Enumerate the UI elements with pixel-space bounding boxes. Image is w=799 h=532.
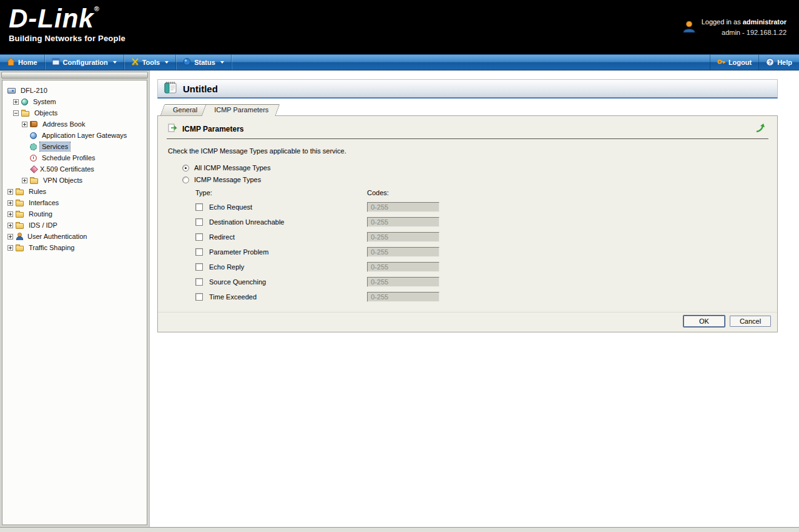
sidebar-item-rules[interactable]: Rules xyxy=(4,186,145,197)
radio-unselected-icon[interactable] xyxy=(182,177,189,183)
nav-logout[interactable]: Logout xyxy=(710,55,758,70)
expand-plus-icon[interactable] xyxy=(22,122,27,127)
sidebar-item-traffic-shaping[interactable]: Traffic Shaping xyxy=(4,242,145,253)
login-info: Logged in as administrator admin - 192.1… xyxy=(682,0,799,54)
sidebar-item-label: System xyxy=(31,97,58,106)
refresh-swoosh-icon[interactable] xyxy=(755,123,767,135)
row-label: Source Quenching xyxy=(209,278,266,286)
page-title: Untitled xyxy=(183,84,218,94)
expand-plus-icon[interactable] xyxy=(7,245,13,251)
redirect-checkbox[interactable] xyxy=(195,233,203,241)
ok-button[interactable]: OK xyxy=(684,316,725,327)
folder-icon xyxy=(16,246,24,251)
help-icon: ? xyxy=(766,58,774,67)
echo-request-codes-input[interactable] xyxy=(367,202,439,212)
folder-icon xyxy=(16,201,24,206)
destination-unreachable-checkbox[interactable] xyxy=(195,218,203,226)
radio-all-icmp[interactable]: All ICMP Message Types xyxy=(182,164,768,172)
folder-icon xyxy=(16,212,24,218)
time-exceeded-codes-input[interactable] xyxy=(367,292,439,302)
nav-status[interactable]: Status xyxy=(176,55,232,70)
radio-all-icmp-label: All ICMP Message Types xyxy=(194,164,270,172)
collapse-minus-icon[interactable] xyxy=(13,110,19,116)
nav-tools-label: Tools xyxy=(142,59,160,66)
sidebar-item-services[interactable]: Services xyxy=(4,141,145,152)
sidebar-item-system[interactable]: System xyxy=(4,96,145,107)
parameter-problem-checkbox[interactable] xyxy=(195,248,203,256)
sidebar-item-label: Interfaces xyxy=(27,198,61,207)
icmp-type-row: Parameter Problem xyxy=(195,244,768,259)
tab-icmp-parameters[interactable]: ICMP Parameters xyxy=(203,104,278,116)
dlink-logo: D-Link® Building Networks for People xyxy=(0,0,125,54)
expand-plus-icon[interactable] xyxy=(7,211,13,217)
sidebar-item-label: Schedule Profiles xyxy=(40,153,97,162)
sidebar-item-schedule-profiles[interactable]: Schedule Profiles xyxy=(4,152,145,163)
sidebar-item-interfaces[interactable]: Interfaces xyxy=(4,197,145,208)
sidebar-item-address-book[interactable]: Address Book xyxy=(4,118,145,130)
parameter-problem-codes-input[interactable] xyxy=(367,247,439,257)
sidebar-collapse-handle[interactable] xyxy=(1,72,148,79)
folder-icon xyxy=(16,223,24,229)
row-label: Echo Request xyxy=(209,203,252,211)
cancel-button[interactable]: Cancel xyxy=(730,316,771,327)
nav-tools[interactable]: Tools xyxy=(124,55,177,70)
expand-plus-icon[interactable] xyxy=(7,189,13,195)
services-gear-icon xyxy=(30,143,37,150)
sidebar-item-routing[interactable]: Routing xyxy=(4,208,145,220)
section-description: Check the ICMP Message Types applicable … xyxy=(168,147,768,155)
expand-plus-icon[interactable] xyxy=(22,178,27,183)
panel-footer: OK Cancel xyxy=(158,312,777,332)
expand-plus-icon[interactable] xyxy=(13,99,19,105)
radio-selected-icon[interactable] xyxy=(182,165,189,172)
echo-request-checkbox[interactable] xyxy=(195,203,203,211)
sidebar-item-application-layer-gateways[interactable]: Application Layer Gateways xyxy=(4,130,145,141)
sidebar-item-label: X.509 Certificates xyxy=(38,165,96,173)
source-quenching-checkbox[interactable] xyxy=(195,278,203,286)
nav-configuration[interactable]: Configuration xyxy=(45,55,124,70)
nav-help[interactable]: ? Help xyxy=(758,55,799,70)
navigation-tree: DFL-210 System Objects Address Book xyxy=(2,80,147,525)
echo-reply-checkbox[interactable] xyxy=(195,263,203,271)
sidebar-item-user-authentication[interactable]: User Authentication xyxy=(4,231,145,242)
destination-unreachable-codes-input[interactable] xyxy=(367,217,439,227)
sidebar-item-label-selected: Services xyxy=(40,142,70,151)
icmp-type-row: Echo Reply xyxy=(195,259,768,274)
system-icon xyxy=(21,99,28,105)
expand-plus-icon[interactable] xyxy=(7,223,13,228)
column-headers: Type: Codes: xyxy=(195,189,768,196)
row-label: Parameter Problem xyxy=(209,248,268,256)
sidebar-item-objects[interactable]: Objects xyxy=(4,107,145,118)
sidebar-item-label: Application Layer Gateways xyxy=(40,131,129,140)
tab-icmp-parameters-label: ICMP Parameters xyxy=(214,106,268,114)
sidebar-item-label: Objects xyxy=(32,109,59,117)
notepad-icon xyxy=(163,80,178,97)
user-icon xyxy=(16,233,22,240)
section-header: ICMP Parameters xyxy=(167,122,768,139)
sidebar-item-ids-idp[interactable]: IDS / IDP xyxy=(4,220,145,231)
sidebar-item-x509-certificates[interactable]: X.509 Certificates xyxy=(4,163,145,175)
expand-plus-icon[interactable] xyxy=(7,234,13,239)
echo-reply-codes-input[interactable] xyxy=(367,262,439,272)
expand-plus-icon[interactable] xyxy=(7,200,13,206)
tab-general-label: General xyxy=(173,106,197,114)
status-icon xyxy=(183,58,191,67)
icmp-type-row: Source Quenching xyxy=(195,274,768,289)
svg-text:?: ? xyxy=(768,59,772,65)
sidebar-item-dfl-210[interactable]: DFL-210 xyxy=(4,85,145,96)
main-navbar: Home Configuration Tools Status Logout ?… xyxy=(0,54,799,70)
nav-home[interactable]: Home xyxy=(0,55,45,70)
time-exceeded-checkbox[interactable] xyxy=(195,293,203,301)
source-quenching-codes-input[interactable] xyxy=(367,277,439,287)
folder-open-icon xyxy=(21,111,29,117)
codes-column-header: Codes: xyxy=(367,189,389,196)
redirect-codes-input[interactable] xyxy=(367,232,439,242)
radio-icmp-types-label: ICMP Message Types xyxy=(194,176,261,183)
logo-text: D-Link® xyxy=(9,6,125,32)
tab-general[interactable]: General xyxy=(162,104,207,115)
icmp-parameters-panel: ICMP Parameters Check the ICMP Message T… xyxy=(157,115,778,332)
sidebar-item-label: VPN Objects xyxy=(41,176,84,185)
logo-tagline: Building Networks for People xyxy=(9,34,125,43)
radio-icmp-types[interactable]: ICMP Message Types xyxy=(182,176,768,183)
logo-word: D-Link xyxy=(9,4,94,33)
sidebar-item-vpn-objects[interactable]: VPN Objects xyxy=(4,175,145,186)
